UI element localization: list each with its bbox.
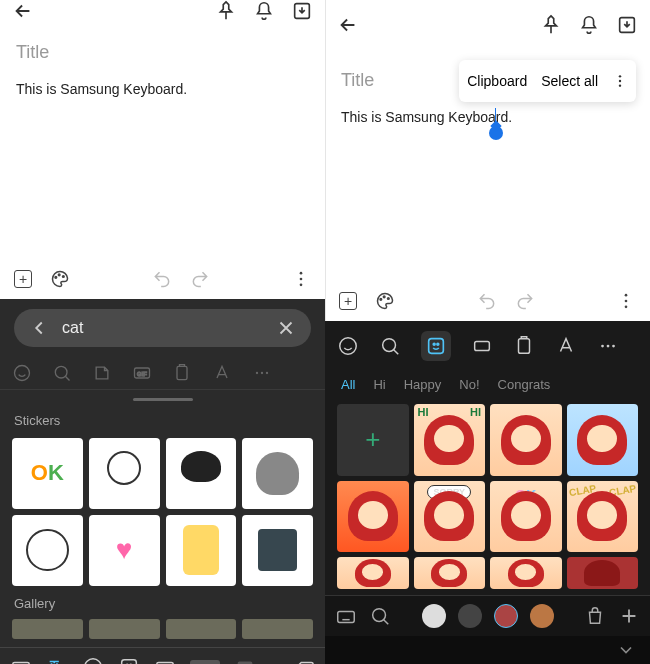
title-field[interactable]: Title — [16, 42, 309, 63]
svg-point-50 — [607, 345, 610, 348]
sticker-item[interactable] — [414, 557, 486, 589]
svg-point-1 — [55, 277, 57, 279]
clipboard-tab-icon[interactable] — [513, 335, 535, 357]
gallery-item[interactable] — [242, 619, 313, 639]
sticker-item[interactable] — [12, 515, 83, 586]
sticker-item[interactable]: OK — [12, 438, 83, 509]
sticker-item[interactable] — [337, 481, 409, 553]
add-pack-icon[interactable] — [618, 605, 640, 627]
sticker-tab-icon[interactable] — [421, 331, 451, 361]
sticker-search[interactable]: cat — [14, 309, 311, 347]
gif-nav-icon[interactable] — [154, 656, 176, 665]
back-icon[interactable] — [12, 0, 34, 22]
note-body[interactable]: This is Samsung Keyboard. — [341, 109, 634, 125]
sticker-item[interactable] — [242, 438, 313, 509]
search-tab-icon[interactable] — [379, 335, 401, 357]
more-tab-icon[interactable] — [597, 335, 619, 357]
sticker-item[interactable] — [567, 557, 639, 589]
sticker-item[interactable]: CLAPCLAP — [567, 481, 639, 553]
reminder-icon[interactable] — [253, 0, 275, 22]
sticker-item[interactable] — [567, 404, 639, 476]
clipboard-action[interactable]: Clipboard — [467, 73, 527, 89]
sticker-item[interactable] — [89, 438, 160, 509]
gif-tab-icon[interactable] — [471, 335, 493, 357]
texteffect-tab-icon[interactable] — [555, 335, 577, 357]
more-vert-icon[interactable] — [616, 291, 636, 311]
avatar-pack[interactable] — [458, 604, 482, 628]
clear-icon[interactable] — [275, 317, 297, 339]
sticker-item[interactable] — [490, 557, 562, 589]
undo-icon[interactable] — [152, 269, 172, 289]
search-icon[interactable] — [369, 605, 391, 627]
texteffect-tab-icon[interactable] — [212, 363, 232, 383]
gallery-item[interactable] — [12, 619, 83, 639]
svg-point-17 — [85, 658, 102, 664]
sticker-tab-icon[interactable] — [92, 363, 112, 383]
archive-icon[interactable] — [291, 0, 313, 22]
svg-point-53 — [373, 609, 386, 622]
play-nav-icon[interactable] — [234, 656, 256, 665]
gif-tab-icon[interactable]: GIF — [132, 363, 152, 383]
select-all-action[interactable]: Select all — [541, 73, 598, 89]
cursor-handle[interactable] — [489, 126, 503, 140]
category-congrats[interactable]: Congrats — [498, 377, 551, 392]
sticker-item[interactable]: ♥ — [89, 515, 160, 586]
sticker-item[interactable] — [166, 515, 237, 586]
backspace-icon[interactable] — [293, 656, 315, 665]
sticker-item[interactable]: HIHI — [414, 404, 486, 476]
sticker-item[interactable]: SORRY — [414, 481, 486, 553]
emoji-nav-icon[interactable] — [82, 656, 104, 665]
add-sticker-button[interactable]: + — [337, 404, 409, 476]
collapse-icon[interactable] — [616, 640, 636, 660]
gallery-item[interactable] — [166, 619, 237, 639]
pin-icon[interactable] — [215, 0, 237, 22]
avatar-pack-selected[interactable] — [494, 604, 518, 628]
search-query[interactable]: cat — [62, 319, 263, 337]
emoji-tab-icon[interactable] — [337, 335, 359, 357]
svg-rect-52 — [338, 611, 355, 622]
avatar-pack[interactable] — [422, 604, 446, 628]
redo-icon[interactable] — [515, 291, 535, 311]
svg-point-7 — [15, 366, 30, 381]
category-all[interactable]: All — [341, 377, 355, 392]
more-vert-icon[interactable] — [612, 70, 628, 92]
pin-icon[interactable] — [540, 14, 562, 36]
sticker-item[interactable] — [490, 404, 562, 476]
more-vert-icon[interactable] — [291, 269, 311, 289]
back-icon[interactable] — [337, 14, 359, 36]
pass-badge[interactable]: Pass — [190, 660, 220, 665]
search-tab-icon[interactable] — [52, 363, 72, 383]
archive-icon[interactable] — [616, 14, 638, 36]
note-body[interactable]: This is Samsung Keyboard. — [16, 81, 309, 97]
store-icon[interactable] — [584, 605, 606, 627]
svg-text:GIF: GIF — [137, 371, 147, 377]
keyboard-icon[interactable] — [335, 605, 357, 627]
reminder-icon[interactable] — [578, 14, 600, 36]
keyboard-icon[interactable] — [10, 656, 32, 665]
sticker-nav-icon[interactable] — [118, 656, 140, 665]
more-tab-icon[interactable] — [252, 363, 272, 383]
drag-handle[interactable] — [133, 398, 193, 401]
palette-icon[interactable] — [375, 291, 395, 311]
avatar-pack[interactable] — [530, 604, 554, 628]
add-icon[interactable]: + — [14, 270, 32, 288]
category-happy[interactable]: Happy — [404, 377, 442, 392]
emoji-tab-icon[interactable] — [12, 363, 32, 383]
clipboard-tab-icon[interactable] — [172, 363, 192, 383]
sticker-item[interactable] — [166, 438, 237, 509]
translate-search-icon[interactable] — [46, 656, 68, 665]
svg-rect-18 — [122, 659, 137, 664]
palette-icon[interactable] — [50, 269, 70, 289]
gallery-item[interactable] — [89, 619, 160, 639]
category-hi[interactable]: Hi — [373, 377, 385, 392]
svg-point-51 — [612, 345, 615, 348]
svg-point-42 — [340, 338, 357, 355]
chevron-left-icon[interactable] — [28, 317, 50, 339]
add-icon[interactable]: + — [339, 292, 357, 310]
redo-icon[interactable] — [190, 269, 210, 289]
sticker-item[interactable]: OK — [490, 481, 562, 553]
category-no[interactable]: No! — [459, 377, 479, 392]
undo-icon[interactable] — [477, 291, 497, 311]
sticker-item[interactable] — [337, 557, 409, 589]
sticker-item[interactable] — [242, 515, 313, 586]
